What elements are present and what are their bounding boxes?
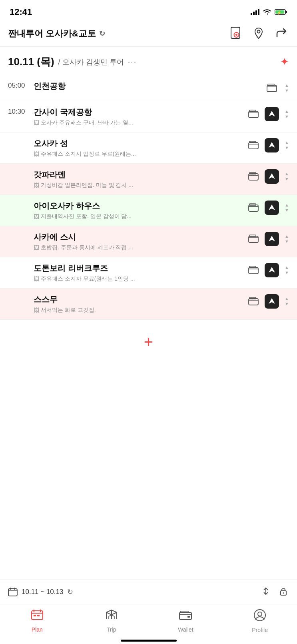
sort-button[interactable]: ▲ ▼ xyxy=(285,172,289,181)
svg-marker-25 xyxy=(269,173,275,179)
place-desc: 🖼 가성비갑 일본라멘집. 마늘 및 김치 ... xyxy=(34,182,242,189)
magic-wand-icon[interactable]: ✦ xyxy=(280,56,289,68)
refresh-icon[interactable]: ↻ xyxy=(67,588,73,596)
navigation-button[interactable] xyxy=(265,107,279,121)
navigation-button[interactable] xyxy=(265,169,279,184)
svg-rect-21 xyxy=(249,141,256,143)
sort-button[interactable]: ▲ ▼ xyxy=(285,234,289,244)
svg-marker-31 xyxy=(269,236,275,241)
navigation-button[interactable] xyxy=(265,232,279,246)
wallet-icon-button[interactable] xyxy=(246,107,261,121)
date-range-text: 10.11 ~ 10.13 xyxy=(22,588,63,596)
location-button[interactable] xyxy=(251,26,267,42)
navigation-button[interactable] xyxy=(265,138,279,152)
sort-button[interactable]: ▲ ▼ xyxy=(285,140,289,150)
svg-rect-0 xyxy=(251,13,252,15)
schedule-time xyxy=(8,263,34,264)
wallet-icon-button[interactable] xyxy=(265,81,279,95)
svg-rect-2 xyxy=(255,10,257,15)
place-name: 오사카 성 xyxy=(34,138,242,149)
svg-rect-26 xyxy=(249,205,258,211)
bottom-date-bar: 10.11 ~ 10.13 ↻ xyxy=(0,580,297,604)
place-name: 간사이 국제공항 xyxy=(34,107,242,118)
status-bar: 12:41 ⚡ xyxy=(0,0,297,22)
image-icon: 🖼 xyxy=(34,276,39,282)
day-title-group: 10.11 (목) / 오사카 김생민 투어 ··· xyxy=(8,55,137,69)
wallet-icon-button[interactable] xyxy=(246,232,261,246)
share-button[interactable] xyxy=(273,26,289,42)
svg-rect-18 xyxy=(249,110,256,112)
schedule-item: 05:00 인천공항 ▲ ▼ xyxy=(0,75,297,101)
calendar-icon xyxy=(8,588,18,596)
tab-wallet[interactable]: Wallet xyxy=(149,604,223,638)
place-desc: 🖼 초밥집. 주문과 동시에 셰프가 직접 ... xyxy=(34,244,242,251)
tab-plan-label: Plan xyxy=(32,626,43,633)
add-doc-button[interactable] xyxy=(228,26,244,42)
image-icon: 🖼 xyxy=(34,307,39,313)
sort-button[interactable]: ▲ ▼ xyxy=(285,83,289,93)
svg-rect-27 xyxy=(249,204,256,205)
sort-button[interactable]: ▲ ▼ xyxy=(285,109,289,119)
schedule-time: 05:00 xyxy=(8,81,34,90)
svg-rect-35 xyxy=(249,299,258,305)
svg-rect-15 xyxy=(267,85,277,92)
svg-rect-54 xyxy=(187,616,190,618)
lock-icon[interactable] xyxy=(278,586,289,598)
status-time: 12:41 xyxy=(10,7,32,17)
svg-marker-28 xyxy=(269,205,275,210)
svg-rect-16 xyxy=(268,84,274,86)
tab-plan[interactable]: Plan xyxy=(0,604,74,638)
place-desc: 🖼 지출내역사진 포함. 일본 감성이 담... xyxy=(34,213,242,220)
schedule-content: 오사카 성 🖼 주유패스 소지시 입장료 무료(원래는... xyxy=(34,138,242,158)
svg-point-14 xyxy=(257,30,260,33)
svg-text:⚡: ⚡ xyxy=(277,10,282,15)
svg-rect-5 xyxy=(286,11,287,13)
schedule-actions: ▲ ▼ xyxy=(246,232,289,246)
wallet-icon-button[interactable] xyxy=(246,138,261,152)
svg-marker-19 xyxy=(269,111,275,116)
svg-rect-33 xyxy=(249,266,256,268)
app-header: 짠내투어 오사카&교토 ↻ xyxy=(0,22,297,47)
sort-button[interactable]: ▲ ▼ xyxy=(285,297,289,306)
tab-trip[interactable]: Trip xyxy=(74,604,149,638)
signal-icon xyxy=(251,9,259,15)
schedule-time xyxy=(8,201,34,201)
place-desc: 🖼 주유패스 소지자 무료(원래는 1인당 ... xyxy=(34,275,242,283)
title-refresh-icon[interactable]: ↻ xyxy=(99,29,105,38)
svg-point-44 xyxy=(283,592,284,594)
svg-marker-34 xyxy=(269,267,275,273)
place-name: 갓파라멘 xyxy=(34,169,242,180)
navigation-button[interactable] xyxy=(265,294,279,309)
navigation-button[interactable] xyxy=(265,201,279,215)
place-name: 인천공항 xyxy=(34,81,261,92)
wallet-icon-button[interactable] xyxy=(246,263,261,277)
wallet-icon-button[interactable] xyxy=(246,201,261,215)
tab-bar: Plan Trip Wallet xyxy=(0,604,297,644)
day-tour-name: / 오사카 김생민 투어 xyxy=(58,57,124,67)
sort-button[interactable]: ▲ ▼ xyxy=(285,203,289,213)
schedule-content: 도톤보리 리버크루즈 🖼 주유패스 소지자 무료(원래는 1인당 ... xyxy=(34,263,242,283)
app-title: 짠내투어 오사카&교토 ↻ xyxy=(8,28,105,40)
svg-rect-23 xyxy=(249,174,258,180)
wallet-icon-button[interactable] xyxy=(246,294,261,309)
add-section: + xyxy=(0,320,297,364)
add-place-button[interactable]: + xyxy=(139,332,159,352)
day-more-button[interactable]: ··· xyxy=(128,57,137,66)
wallet-tab-icon xyxy=(179,609,192,624)
sort-button[interactable]: ▲ ▼ xyxy=(285,265,289,275)
navigation-button[interactable] xyxy=(265,263,279,277)
svg-rect-29 xyxy=(249,236,258,243)
tab-profile[interactable]: Profile xyxy=(223,604,297,638)
schedule-content: 인천공항 xyxy=(34,81,261,93)
svg-rect-30 xyxy=(249,235,256,237)
plus-icon: + xyxy=(144,333,153,351)
reorder-icon[interactable] xyxy=(260,586,271,598)
place-desc: 🖼 오사카 주유패스 구매. 난바 가는 열... xyxy=(34,119,242,126)
header-actions xyxy=(228,26,289,42)
date-range: 10.11 ~ 10.13 ↻ xyxy=(8,588,252,596)
wifi-icon xyxy=(263,9,271,15)
wallet-icon-button[interactable] xyxy=(246,169,261,184)
schedule-time xyxy=(8,169,34,170)
schedule-time: 10:30 xyxy=(8,107,34,116)
image-icon: 🖼 xyxy=(34,182,39,189)
